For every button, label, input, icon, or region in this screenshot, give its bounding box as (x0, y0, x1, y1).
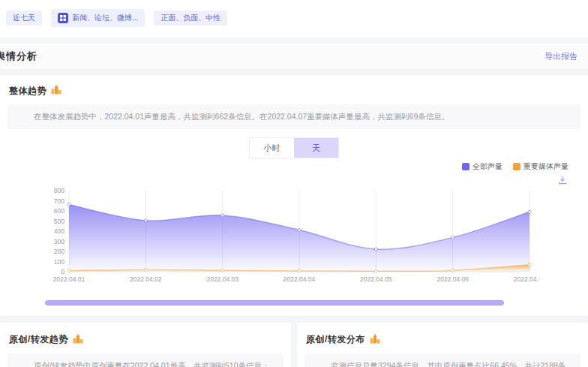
svg-text:600: 600 (54, 207, 64, 215)
channels-grid-icon (58, 13, 68, 23)
bottom-cards-row: 原创/转发趋势 原创/转发趋势中原创声量在2022.04.01最高，共监测到51… (0, 323, 588, 367)
page-title: 舆情分析 (0, 50, 38, 63)
svg-text:2022.04.03: 2022.04.03 (206, 275, 238, 283)
origin-repost-distribution-title-row: 原创/转发分布 (304, 332, 580, 353)
legend-swatch-total (462, 163, 470, 170)
origin-repost-trend-title-row: 原创/转发趋势 (8, 332, 284, 353)
origin-repost-trend-summary: 原创/转发趋势中原创声量在2022.04.01最高，共监测到510条信息；转发声… (8, 353, 284, 367)
origin-repost-distribution-title: 原创/转发分布 (306, 333, 365, 346)
page-header: 舆情分析 导出报告 (0, 44, 588, 70)
svg-text:2022.04.04: 2022.04.04 (284, 275, 316, 283)
overall-trend-card: 整体趋势 在整体发展趋势中，2022.04.01声量最高，共监测到662条信息。… (0, 75, 588, 316)
origin-repost-distribution-card: 原创/转发分布 监测信息总量3294条信息，其中原创声量占比66.45%，共计2… (297, 323, 588, 367)
filter-bar: 近七天 新闻、论坛、微博... 正面、负面、中性 (0, 0, 588, 38)
granularity-toggle: 小时 天 (249, 137, 339, 158)
svg-text:2022.04.05: 2022.04.05 (360, 275, 392, 283)
overall-trend-title: 整体趋势 (9, 85, 46, 98)
legend-label-total: 全部声量 (472, 161, 502, 172)
trend-area-chart[interactable]: 01002003004005006007008002022.04.012022.… (44, 183, 538, 290)
filter-tag-time[interactable]: 近七天 (6, 11, 42, 26)
origin-repost-trend-card: 原创/转发趋势 原创/转发趋势中原创声量在2022.04.01最高，共监测到51… (0, 323, 291, 367)
svg-text:2022.04.06: 2022.04.06 (436, 275, 469, 283)
podium-chart-icon (73, 333, 83, 347)
svg-text:2022.04.02: 2022.04.02 (130, 275, 162, 283)
legend-label-media: 重要媒体声量 (524, 161, 568, 172)
svg-text:100: 100 (54, 257, 64, 265)
download-icon[interactable] (558, 174, 567, 183)
toggle-option-hour[interactable]: 小时 (250, 138, 294, 158)
origin-repost-trend-title: 原创/转发趋势 (9, 333, 68, 346)
chart-toolbox (8, 174, 580, 183)
legend-item-total[interactable]: 全部声量 (462, 161, 502, 172)
svg-text:2022.04.01: 2022.04.01 (53, 275, 86, 283)
svg-text:2022.04.07: 2022.04.07 (514, 275, 538, 283)
filter-tag-source[interactable]: 新闻、论坛、微博... (51, 9, 145, 27)
overall-summary: 在整体发展趋势中，2022.04.01声量最高，共监测到662条信息。在2022… (8, 104, 580, 129)
page-root: 近七天 新闻、论坛、微博... 正面、负面、中性 舆情分析 导出报告 整体趋势 (0, 0, 588, 367)
filter-tag-source-label: 新闻、论坛、微博... (72, 14, 138, 22)
legend-swatch-media (513, 163, 520, 170)
svg-text:0: 0 (61, 268, 64, 275)
overall-trend-title-row: 整体趋势 (8, 83, 580, 104)
origin-repost-distribution-summary: 监测信息总量3294条信息，其中原创声量占比66.45%，共计2188条信息；转… (304, 353, 580, 367)
toggle-option-day[interactable]: 天 (294, 138, 338, 158)
podium-chart-icon (51, 84, 62, 98)
svg-text:400: 400 (54, 227, 64, 235)
legend-item-media[interactable]: 重要媒体声量 (513, 161, 568, 172)
svg-text:800: 800 (54, 187, 64, 194)
svg-text:300: 300 (54, 237, 64, 245)
svg-text:700: 700 (54, 197, 64, 204)
datazoom-slider[interactable] (45, 300, 504, 305)
svg-text:200: 200 (54, 248, 64, 255)
filter-tag-sentiment[interactable]: 正面、负面、中性 (154, 11, 227, 26)
podium-chart-icon (370, 333, 380, 347)
chart-legend: 全部声量 重要媒体声量 (8, 161, 580, 172)
svg-text:500: 500 (54, 217, 64, 224)
export-report-link[interactable]: 导出报告 (544, 51, 578, 62)
